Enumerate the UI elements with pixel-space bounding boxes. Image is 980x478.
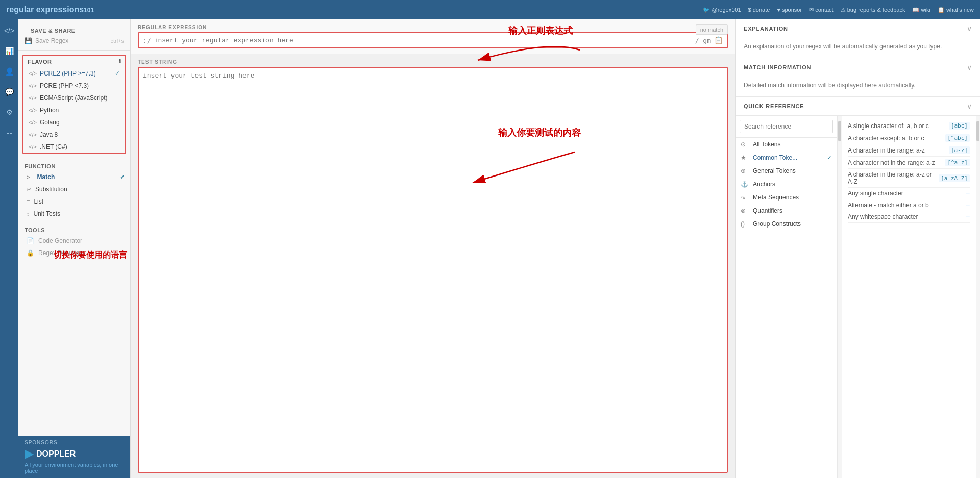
- flavor-pcre2[interactable]: </> PCRE2 (PHP >=7.3) ✓: [23, 67, 125, 80]
- qref-entry-1[interactable]: A single character of: a, b or c [abc]: [848, 120, 970, 132]
- save-regex-button[interactable]: 💾 Save Regex ctrl+s: [24, 36, 124, 46]
- check-icon: ✓: [115, 70, 120, 77]
- list-icon: ≡: [27, 198, 30, 205]
- code-icon[interactable]: </>: [2, 23, 16, 38]
- quick-ref-header[interactable]: QUICK REFERENCE ∨: [736, 97, 980, 116]
- qref-anchors[interactable]: ⚓ Anchors: [736, 178, 837, 191]
- copy-regex-button[interactable]: 📋: [714, 36, 723, 44]
- regex-label: REGULAR EXPRESSION: [138, 24, 728, 30]
- flavor-dotnet[interactable]: </> .NET (C#): [23, 141, 125, 153]
- regex-area: REGULAR EXPRESSION :/ / gm 📋 no match: [131, 19, 735, 54]
- code-bracket-icon: </>: [29, 70, 37, 77]
- tools-header: TOOLS: [18, 224, 130, 235]
- match-check-icon: ✓: [120, 173, 125, 181]
- wiki-link[interactable]: 📖 wiki: [912, 7, 930, 13]
- flavor-python[interactable]: </> Python: [23, 104, 125, 116]
- contact-link[interactable]: ✉ contact: [809, 7, 834, 13]
- quick-reference-section: QUICK REFERENCE ∨ ⊙ All Tokens ★ Common …: [736, 97, 980, 478]
- flavor-ecmascript[interactable]: </> ECMAScript (JavaScript): [23, 92, 125, 104]
- function-list[interactable]: ≡ List: [18, 195, 130, 208]
- match-info-chevron-icon: ∨: [967, 63, 972, 71]
- qref-entry-3[interactable]: A character in the range: a-z [a-z]: [848, 144, 970, 157]
- quick-ref-content-scrollbar[interactable]: [976, 116, 980, 478]
- star-icon: ★: [741, 154, 749, 161]
- flavor-section: FLAVOR ℹ </> PCRE2 (PHP >=7.3) ✓ </> PCR…: [22, 55, 126, 154]
- center-panel: REGULAR EXPRESSION :/ / gm 📋 no match TE…: [131, 19, 735, 478]
- function-match[interactable]: >_ Match ✓: [18, 171, 130, 183]
- twitter-link[interactable]: 🐦 @regex101: [703, 7, 741, 13]
- qref-meta-sequences[interactable]: ∿ Meta Sequences: [736, 191, 837, 204]
- whats-new-link[interactable]: 📋 what's new: [938, 7, 974, 13]
- quick-ref-categories: ⊙ All Tokens ★ Common Toke... ✓ ⊕ Genera…: [736, 116, 838, 478]
- settings-icon[interactable]: ⚙: [2, 105, 16, 119]
- function-unit-tests[interactable]: ↕ Unit Tests: [18, 208, 130, 220]
- save-share-section: SAVE & SHARE 💾 Save Regex ctrl+s: [18, 19, 130, 51]
- tool-regex-debugger[interactable]: 🔒 Regex Debugger: [18, 247, 130, 259]
- explanation-body: An explanation of your regex will be aut…: [736, 38, 980, 58]
- regex-input[interactable]: [154, 37, 692, 44]
- explanation-header[interactable]: EXPLANATION ∨: [736, 19, 980, 38]
- test-area: TEST STRING: [131, 54, 735, 478]
- tool-code-generator[interactable]: 📄 Code Generator: [18, 235, 130, 247]
- code-bracket-icon: </>: [29, 107, 37, 113]
- sidebar: SAVE & SHARE 💾 Save Regex ctrl+s FLAVOR …: [18, 19, 131, 478]
- explanation-section: EXPLANATION ∨ An explanation of your reg…: [736, 19, 980, 58]
- substitution-icon: ✂: [27, 186, 31, 193]
- bug-reports-link[interactable]: ⚠ bug reports & feedback: [841, 7, 905, 13]
- code-bracket-icon: </>: [29, 119, 37, 125]
- qref-entry-8[interactable]: Any whitespace character: [848, 211, 970, 223]
- qref-quantifiers[interactable]: ⊗ Quantifiers: [736, 204, 837, 217]
- anchors-icon: ⚓: [741, 181, 749, 188]
- function-header: FUNCTION: [18, 160, 130, 171]
- chart-icon[interactable]: 📊: [2, 44, 16, 58]
- topnav-links: 🐦 @regex101 $ donate ♥ sponsor ✉ contact…: [703, 7, 974, 13]
- explanation-title: EXPLANATION: [744, 26, 788, 32]
- qref-entry-6[interactable]: Any single character: [848, 188, 970, 199]
- qref-common-tokens[interactable]: ★ Common Toke... ✓: [736, 151, 837, 164]
- no-match-badge: no match: [696, 24, 728, 35]
- icon-rail: </> 📊 👤 💬 ⚙ 🗨: [0, 19, 18, 478]
- qref-entry-7[interactable]: Alternate - match either a or b: [848, 199, 970, 211]
- match-info-body: Detailed match information will be displ…: [736, 77, 980, 96]
- quick-ref-body: ⊙ All Tokens ★ Common Toke... ✓ ⊕ Genera…: [736, 116, 980, 478]
- user-icon[interactable]: 👤: [2, 64, 16, 79]
- donate-link[interactable]: $ donate: [748, 7, 770, 13]
- explanation-chevron-icon: ∨: [967, 24, 972, 33]
- quick-ref-content: A single character of: a, b or c [abc] A…: [842, 116, 976, 478]
- code-bracket-icon: </>: [29, 144, 37, 150]
- comment-icon[interactable]: 💬: [2, 85, 16, 99]
- qref-group-constructs[interactable]: () Group Constructs: [736, 217, 837, 231]
- all-tokens-icon: ⊙: [741, 141, 749, 148]
- common-tokens-check-icon: ✓: [827, 154, 832, 161]
- match-info-header[interactable]: MATCH INFORMATION ∨: [736, 58, 980, 77]
- regex-flags[interactable]: / gm: [695, 37, 711, 44]
- qref-general-tokens[interactable]: ⊕ General Tokens: [736, 164, 837, 178]
- match-icon: >_: [27, 174, 33, 180]
- flavor-pcre[interactable]: </> PCRE (PHP <7.3): [23, 80, 125, 92]
- quick-ref-search-input[interactable]: [740, 120, 833, 133]
- quick-ref-search-wrapper: [736, 116, 837, 138]
- function-substitution[interactable]: ✂ Substitution: [18, 183, 130, 195]
- qref-entry-5[interactable]: A character in the range: a-z or A-Z [a-…: [848, 169, 970, 188]
- main-layout: </> 📊 👤 💬 ⚙ 🗨 SAVE & SHARE 💾 Save Regex …: [0, 19, 980, 478]
- code-bracket-icon: </>: [29, 83, 37, 89]
- qref-all-tokens[interactable]: ⊙ All Tokens: [736, 138, 837, 151]
- save-icon: 💾: [24, 37, 32, 44]
- flavor-golang[interactable]: </> Golang: [23, 116, 125, 129]
- regex-input-wrapper: :/ / gm 📋: [138, 32, 728, 48]
- sponsor-name: ▶ DOPPLER: [24, 447, 124, 461]
- qref-entry-4[interactable]: A character not in the range: a-z [^a-z]: [848, 157, 970, 169]
- sponsor-link[interactable]: ♥ sponsor: [777, 7, 802, 13]
- code-bracket-icon: </>: [29, 95, 37, 101]
- unit-tests-icon: ↕: [27, 211, 30, 217]
- quick-ref-scrollbar[interactable]: [838, 116, 842, 478]
- flavor-info-icon[interactable]: ℹ: [119, 58, 121, 65]
- flavor-java8[interactable]: </> Java 8: [23, 129, 125, 141]
- quick-ref-chevron-icon: ∨: [967, 102, 972, 110]
- match-info-title: MATCH INFORMATION: [744, 64, 811, 70]
- chat-icon[interactable]: 🗨: [2, 125, 16, 140]
- quick-ref-scrollbar-thumb: [838, 121, 841, 141]
- top-navigation: regular expressions101 🐦 @regex101 $ don…: [0, 0, 980, 19]
- qref-entry-2[interactable]: A character except: a, b or c [^abc]: [848, 132, 970, 144]
- test-string-input[interactable]: [138, 67, 728, 473]
